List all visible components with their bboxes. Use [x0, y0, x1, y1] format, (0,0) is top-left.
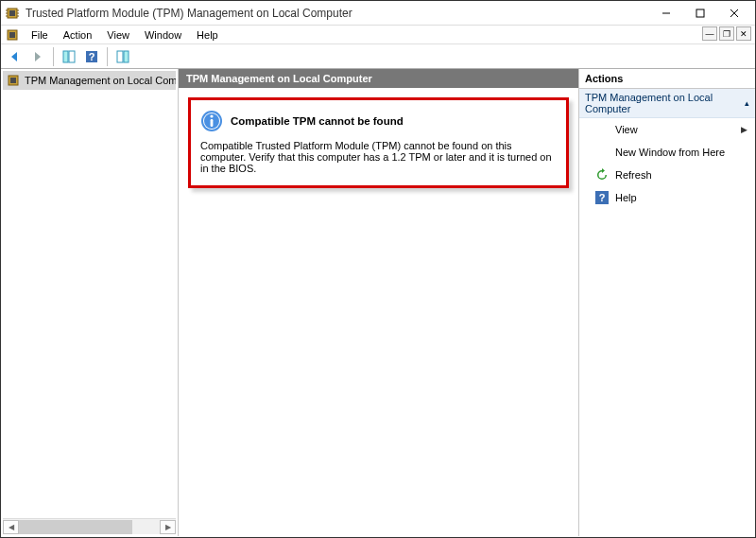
mdi-minimize-button[interactable]: —: [702, 26, 717, 41]
collapse-icon: ▴: [745, 98, 749, 108]
tree-horizontal-scrollbar[interactable]: ◀ ▶: [3, 518, 176, 534]
toolbar-separator: [53, 47, 54, 66]
svg-rect-1: [9, 10, 15, 16]
menu-view[interactable]: View: [99, 27, 137, 43]
scroll-right-icon[interactable]: ▶: [160, 520, 176, 534]
info-title: Compatible TPM cannot be found: [231, 115, 404, 127]
menu-file[interactable]: File: [24, 27, 56, 43]
action-label: Refresh: [615, 169, 652, 181]
back-button[interactable]: [5, 46, 26, 67]
action-label: View: [615, 124, 638, 135]
svg-rect-26: [211, 119, 214, 127]
window-buttons: [649, 2, 751, 25]
blank-icon: [594, 122, 610, 137]
action-refresh[interactable]: Refresh: [579, 164, 755, 186]
tpm-chip-icon: [6, 73, 21, 88]
scroll-thumb[interactable]: [19, 520, 132, 534]
tpm-chip-icon: [5, 27, 20, 43]
center-pane-header: TPM Management on Local Computer: [179, 69, 578, 88]
minimize-button[interactable]: [649, 2, 683, 25]
window-title: Trusted Platform Module (TPM) Management…: [26, 7, 649, 20]
actions-group-header[interactable]: TPM Management on Local Computer ▴: [579, 89, 755, 118]
tree-item-label: TPM Management on Local Comp: [25, 75, 176, 86]
actions-pane: Actions TPM Management on Local Computer…: [579, 69, 755, 536]
forward-button[interactable]: [27, 46, 48, 67]
svg-text:?: ?: [599, 192, 606, 203]
workspace: TPM Management on Local Comp ◀ ▶ TPM Man…: [1, 69, 755, 536]
svg-rect-19: [124, 51, 129, 62]
close-button[interactable]: [717, 2, 751, 25]
info-icon: [200, 110, 223, 132]
tpm-chip-icon: [5, 6, 20, 21]
menu-window[interactable]: Window: [137, 27, 189, 43]
action-help[interactable]: ? Help: [579, 186, 755, 209]
menu-action[interactable]: Action: [56, 27, 100, 43]
action-view[interactable]: View ▶: [579, 118, 755, 141]
center-pane: TPM Management on Local Computer Compati…: [179, 69, 579, 536]
show-hide-action-pane-button[interactable]: [112, 46, 133, 67]
title-bar: Trusted Platform Module (TPM) Management…: [1, 1, 755, 26]
action-label: Help: [615, 192, 637, 203]
center-pane-body: Compatible TPM cannot be found Compatibl…: [179, 88, 578, 536]
action-label: New Window from Here: [615, 147, 725, 158]
scroll-track[interactable]: [19, 520, 160, 534]
actions-group-title: TPM Management on Local Computer: [585, 92, 745, 114]
refresh-icon: [594, 167, 610, 182]
svg-text:?: ?: [89, 51, 95, 62]
info-text: Compatible Trusted Platform Module (TPM)…: [200, 140, 557, 174]
actions-pane-title: Actions: [579, 69, 755, 89]
tree-spacer: [3, 90, 176, 518]
chevron-right-icon: ▶: [741, 125, 747, 134]
svg-rect-13: [9, 32, 15, 38]
svg-rect-14: [63, 51, 68, 62]
svg-rect-18: [117, 51, 123, 62]
menu-bar: File Action View Window Help — ❐ ✕: [1, 26, 755, 44]
console-tree: TPM Management on Local Comp ◀ ▶: [1, 69, 179, 536]
toolbar-separator: [107, 47, 108, 66]
svg-rect-9: [696, 9, 704, 17]
svg-rect-21: [10, 78, 16, 83]
help-button[interactable]: ?: [81, 46, 102, 67]
tree-item-tpm-management[interactable]: TPM Management on Local Comp: [3, 71, 176, 90]
svg-rect-15: [69, 51, 75, 62]
show-hide-console-tree-button[interactable]: [59, 46, 79, 67]
scroll-left-icon[interactable]: ◀: [3, 520, 19, 534]
menu-help[interactable]: Help: [189, 27, 226, 43]
mdi-close-button[interactable]: ✕: [736, 26, 751, 41]
toolbar: ?: [1, 44, 755, 69]
mdi-restore-button[interactable]: ❐: [719, 26, 734, 41]
maximize-button[interactable]: [683, 2, 717, 25]
action-new-window[interactable]: New Window from Here: [579, 141, 755, 164]
svg-point-25: [210, 114, 213, 117]
blank-icon: [594, 145, 610, 160]
help-icon: ?: [594, 190, 610, 205]
info-box-highlight: Compatible TPM cannot be found Compatibl…: [188, 97, 569, 188]
